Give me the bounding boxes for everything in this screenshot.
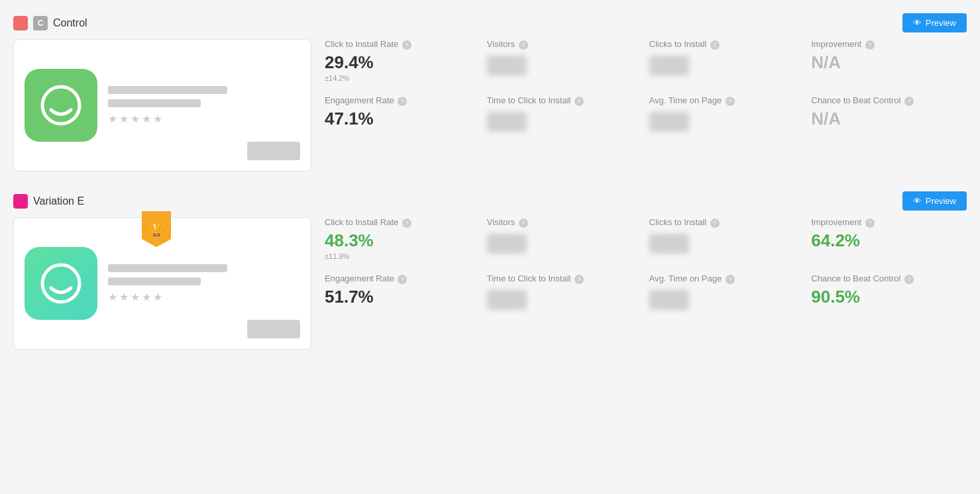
star-3: ★ — [131, 113, 140, 125]
star-2: ★ — [119, 113, 129, 125]
control-engagement-label: Engagement Rate ? — [325, 95, 480, 107]
ve-engagement-info-icon[interactable]: ? — [398, 275, 407, 284]
ve-visitors-blurred — [487, 234, 527, 254]
control-header: C Control 👁 Preview — [13, 13, 967, 32]
control-metric-visitors: Visitors ? — [487, 39, 643, 82]
ve-title-placeholder — [108, 264, 227, 272]
ve-improvement-info-icon[interactable]: ? — [865, 219, 875, 228]
ve-metric-avg-time: Avg. Time on Page ? — [649, 273, 805, 310]
ve-visitors-info-icon[interactable]: ? — [519, 219, 528, 228]
control-main-row: ★ ★ ★ ★ ★ Click to Install Rate ? 29.4% … — [13, 39, 967, 172]
variation-e-header: Variation E 👁 Preview — [13, 191, 967, 211]
control-improvement-label: Improvement ? — [811, 39, 967, 50]
engagement-info-icon[interactable]: ? — [398, 97, 407, 106]
control-subtitle-placeholder — [108, 99, 201, 107]
ve-engagement-value: 51.7% — [325, 287, 480, 307]
control-stars: ★ ★ ★ ★ ★ — [108, 113, 300, 125]
control-chance-value: N/A — [811, 109, 967, 128]
eye-icon-ve: 👁 — [913, 196, 922, 206]
variation-e-app-icon — [25, 247, 97, 320]
control-metric-ctr: Click to Install Rate ? 29.4% ±14.2% — [325, 39, 480, 82]
ve-engagement-label: Engagement Rate ? — [325, 273, 480, 285]
control-clicks-install-label: Clicks to Install ? — [649, 39, 805, 50]
control-metric-clicks-install: Clicks to Install ? — [649, 39, 805, 82]
control-name: Control — [53, 17, 87, 29]
visitors-info-icon[interactable]: ? — [519, 40, 528, 50]
control-engagement-value: 47.1% — [325, 109, 480, 128]
ve-clicks-install-blurred — [649, 234, 689, 254]
control-ttci-blurred — [487, 112, 527, 132]
control-color-badge — [13, 16, 28, 30]
control-avg-time-blurred — [649, 112, 689, 132]
svg-point-1 — [42, 265, 80, 302]
control-ctr-value: 29.4% — [325, 53, 480, 72]
variation-e-metrics-grid: Click to Install Rate ? 48.3% ±11.9% Vis… — [325, 217, 967, 310]
ve-metric-engagement: Engagement Rate ? 51.7% — [325, 273, 480, 310]
ve-chance-value: 90.5% — [811, 287, 967, 307]
clicks-install-info-icon[interactable]: ? — [710, 40, 720, 50]
ve-metric-visitors: Visitors ? — [487, 217, 643, 260]
ve-ttci-label: Time to Click to Install ? — [487, 273, 643, 285]
ve-star-2: ★ — [119, 291, 129, 303]
variation-e-app-card: 🏆 ★ ★ ★ ★ ★ — [13, 217, 311, 350]
control-clicks-install-blurred — [649, 56, 689, 75]
ttci-info-icon[interactable]: ? — [574, 97, 584, 106]
control-ctr-label: Click to Install Rate ? — [325, 39, 480, 50]
variation-e-app-info: ★ ★ ★ ★ ★ — [108, 264, 300, 303]
control-metric-avg-time: Avg. Time on Page ? — [649, 95, 805, 132]
control-ttci-label: Time to Click to Install ? — [487, 95, 643, 107]
ve-chance-info-icon[interactable]: ? — [904, 275, 914, 284]
improvement-info-icon[interactable]: ? — [865, 40, 875, 50]
control-letter-badge: C — [33, 16, 48, 30]
variation-e-section: Variation E 👁 Preview 🏆 ★ ★ — [13, 191, 967, 350]
ve-star-3: ★ — [131, 291, 140, 303]
ve-star-4: ★ — [142, 291, 151, 303]
control-chance-label: Chance to Beat Control ? — [811, 95, 967, 107]
variation-e-name: Variation E — [33, 195, 84, 207]
ve-ctr-info-icon[interactable]: ? — [402, 219, 411, 228]
ve-metric-ttci: Time to Click to Install ? — [487, 273, 643, 310]
control-metric-engagement: Engagement Rate ? 47.1% — [325, 95, 480, 132]
ve-clicks-install-label: Clicks to Install ? — [649, 217, 805, 228]
star-1: ★ — [108, 113, 117, 125]
control-metric-improvement: Improvement ? N/A — [811, 39, 967, 82]
eye-icon: 👁 — [913, 18, 922, 28]
control-app-info: ★ ★ ★ ★ ★ — [108, 86, 300, 125]
ve-star-5: ★ — [153, 291, 162, 303]
chance-info-icon[interactable]: ? — [904, 97, 914, 106]
ve-ttci-info-icon[interactable]: ? — [574, 275, 584, 284]
ve-ctr-label: Click to Install Rate ? — [325, 217, 480, 228]
variation-e-color-badge — [13, 194, 28, 209]
ctr-info-icon[interactable]: ? — [402, 40, 411, 50]
ve-metric-chance: Chance to Beat Control ? 90.5% — [811, 273, 967, 310]
control-cta-bar — [247, 142, 300, 160]
ve-avg-time-info-icon[interactable]: ? — [726, 275, 735, 284]
ve-clicks-install-info-icon[interactable]: ? — [710, 219, 720, 228]
ve-improvement-label: Improvement ? — [811, 217, 967, 228]
control-metrics-grid: Click to Install Rate ? 29.4% ±14.2% Vis… — [325, 39, 967, 132]
ve-ctr-value: 48.3% — [325, 231, 480, 250]
avg-time-info-icon[interactable]: ? — [726, 97, 735, 106]
control-app-icon — [25, 69, 97, 142]
ve-cta-bar — [247, 320, 300, 338]
ve-subtitle-placeholder — [108, 277, 201, 285]
variation-e-preview-button[interactable]: 👁 Preview — [902, 191, 967, 211]
ve-metric-clicks-install: Clicks to Install ? — [649, 217, 805, 260]
variation-e-main-row: 🏆 ★ ★ ★ ★ ★ — [13, 217, 967, 350]
ve-star-1: ★ — [108, 291, 117, 303]
control-header-left: C Control — [13, 16, 87, 30]
trophy-badge: 🏆 — [142, 211, 171, 247]
star-5: ★ — [153, 113, 162, 125]
ve-metric-ctr: Click to Install Rate ? 48.3% ±11.9% — [325, 217, 480, 260]
ve-avg-time-label: Avg. Time on Page ? — [649, 273, 805, 285]
control-visitors-label: Visitors ? — [487, 39, 643, 50]
control-section: C Control 👁 Preview ★ ★ ★ — [13, 13, 967, 172]
control-improvement-value: N/A — [811, 53, 967, 72]
control-preview-label: Preview — [926, 18, 956, 28]
ve-stars: ★ ★ ★ ★ ★ — [108, 291, 300, 303]
ve-ttci-blurred — [487, 290, 527, 310]
control-avg-time-label: Avg. Time on Page ? — [649, 95, 805, 107]
control-preview-button[interactable]: 👁 Preview — [902, 13, 967, 32]
ve-improvement-value: 64.2% — [811, 231, 967, 250]
ve-chance-label: Chance to Beat Control ? — [811, 273, 967, 285]
